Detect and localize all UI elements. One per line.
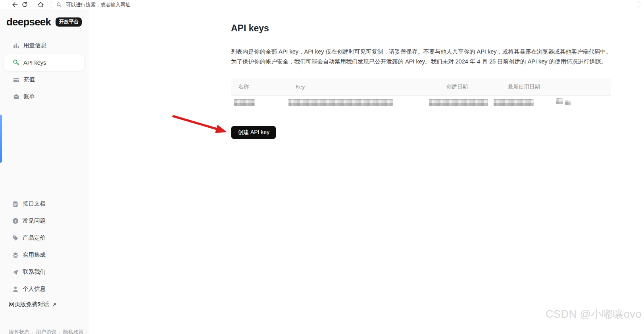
sidebar-item-billing[interactable]: 账单 bbox=[4, 88, 84, 105]
home-icon[interactable] bbox=[37, 0, 45, 9]
sidebar-item-usage[interactable]: 用量信息 bbox=[4, 37, 84, 54]
sidebar-item-api-docs[interactable]: 接口文档 bbox=[4, 195, 84, 212]
sidebar-item-label: 实用集成 bbox=[23, 251, 46, 259]
column-header-key: Key bbox=[296, 78, 305, 96]
browser-toolbar bbox=[0, 0, 644, 9]
open-platform-badge: 开放平台 bbox=[56, 17, 82, 27]
redacted-key-name bbox=[234, 99, 255, 106]
external-link-icon: ↗ bbox=[52, 301, 57, 308]
price-tag-icon bbox=[12, 234, 19, 242]
refresh-icon[interactable] bbox=[21, 0, 29, 9]
create-api-key-button[interactable]: 创建 API key bbox=[231, 126, 276, 139]
question-circle-icon: ? bbox=[12, 217, 19, 225]
table-row bbox=[231, 96, 611, 111]
back-icon[interactable] bbox=[10, 0, 19, 9]
csdn-watermark: CSDN @小嘟嚷ovo bbox=[546, 307, 642, 321]
sidebar-item-contact[interactable]: 联系我们 bbox=[4, 263, 84, 280]
api-keys-table: 名称 Key 创建日期 最新使用日期 bbox=[231, 78, 611, 111]
search-input[interactable] bbox=[62, 2, 640, 8]
footer-link-privacy[interactable]: 隐私政策 bbox=[63, 329, 84, 334]
address-bar[interactable] bbox=[50, 1, 640, 8]
annotation-arrow bbox=[167, 112, 232, 137]
sidebar-item-profile[interactable]: 个人信息 bbox=[4, 280, 84, 298]
document-icon bbox=[12, 200, 19, 207]
chat-link-label: 网页版免费对话 bbox=[9, 301, 49, 308]
column-header-created: 创建日期 bbox=[446, 78, 468, 96]
deepseek-platform-screen: deepseek 开放平台 用量信息 bbox=[0, 0, 644, 334]
column-header-last-used: 最新使用日期 bbox=[508, 78, 540, 96]
footer-link-terms[interactable]: 用户协议 bbox=[36, 329, 56, 334]
redacted-key-value bbox=[288, 99, 393, 106]
redacted-last-used-date bbox=[494, 99, 534, 106]
logo: deepseek 开放平台 bbox=[6, 16, 82, 28]
footer-separator: · bbox=[59, 329, 60, 334]
sidebar-footer-links: 服务状态·用户协议·隐私政策· bbox=[9, 328, 90, 334]
svg-text:?: ? bbox=[14, 219, 17, 223]
sidebar-nav-bottom: 接口文档 ? 常见问题 产品定价 bbox=[4, 195, 84, 298]
sidebar-item-label: API keys bbox=[23, 60, 46, 66]
layers-icon bbox=[12, 251, 19, 259]
bar-chart-icon bbox=[13, 42, 20, 49]
sidebar-item-api-keys[interactable]: API keys bbox=[4, 54, 84, 71]
sidebar: deepseek 开放平台 用量信息 bbox=[0, 9, 89, 334]
sidebar-item-integrations[interactable]: 实用集成 bbox=[4, 246, 84, 263]
sidebar-item-pricing[interactable]: 产品定价 bbox=[4, 229, 84, 246]
column-header-name: 名称 bbox=[238, 78, 249, 96]
paper-plane-icon bbox=[12, 269, 19, 276]
sidebar-item-label: 账单 bbox=[23, 93, 35, 100]
sidebar-item-label: 用量信息 bbox=[23, 42, 46, 49]
person-icon bbox=[12, 286, 19, 293]
sidebar-nav-top: 用量信息 API keys 充值 bbox=[4, 37, 84, 105]
bill-icon bbox=[13, 93, 20, 100]
sidebar-item-faq[interactable]: ? 常见问题 bbox=[4, 212, 84, 229]
credit-card-icon bbox=[13, 76, 20, 83]
redacted-created-date bbox=[429, 99, 488, 106]
sidebar-item-label: 产品定价 bbox=[23, 234, 46, 242]
sidebar-item-label: 常见问题 bbox=[23, 217, 46, 225]
sidebar-item-recharge[interactable]: 充值 bbox=[4, 71, 84, 88]
sidebar-item-label: 接口文档 bbox=[23, 200, 46, 207]
sidebar-item-label: 联系我们 bbox=[23, 268, 46, 276]
footer-separator: · bbox=[86, 329, 88, 334]
search-icon bbox=[56, 2, 62, 8]
page-title: API keys bbox=[231, 23, 269, 34]
redacted-row-action bbox=[556, 98, 563, 104]
sidebar-item-label: 充值 bbox=[23, 76, 35, 83]
sidebar-item-label: 个人信息 bbox=[23, 285, 46, 293]
table-header-row: 名称 Key 创建日期 最新使用日期 bbox=[231, 78, 611, 96]
footer-separator: · bbox=[32, 329, 33, 334]
scroll-accent-strip bbox=[0, 115, 2, 163]
deepseek-wordmark: deepseek bbox=[6, 16, 51, 28]
redacted-row-action bbox=[565, 100, 571, 105]
footer-link-status[interactable]: 服务状态 bbox=[9, 329, 29, 334]
api-key-description-line2: 为了保护你的帐户安全，我们可能会自动禁用我们发现已公开泄露的 API key。我… bbox=[231, 57, 607, 67]
key-icon bbox=[13, 59, 20, 66]
sidebar-web-chat-link[interactable]: 网页版免费对话 ↗ bbox=[9, 301, 56, 308]
api-key-description-line1: 列表内是你的全部 API key，API key 仅在创建时可见可复制，请妥善保… bbox=[231, 47, 611, 57]
